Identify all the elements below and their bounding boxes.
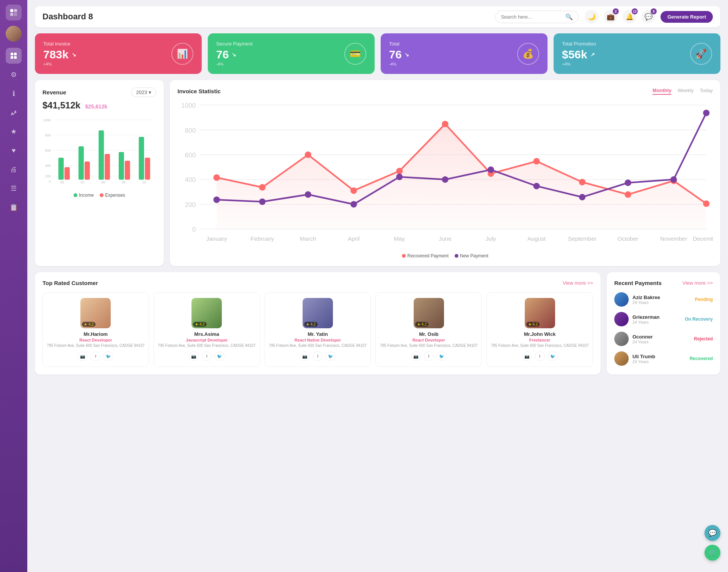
social-twitter-3[interactable]: 🐦 [437, 351, 447, 361]
svg-point-69 [533, 183, 540, 189]
sidebar-logo[interactable] [6, 5, 22, 20]
social-instagram-2[interactable]: 📷 [300, 351, 310, 361]
page-title: Dashboard 8 [42, 12, 489, 22]
charts-row: Revenue 2023 ▾ $41,512k $25,612k [35, 80, 720, 266]
new-payment-dot [455, 254, 458, 258]
svg-text:October: October [618, 235, 639, 242]
expenses-dot [100, 193, 104, 197]
payment-avatar-0 [614, 292, 629, 307]
svg-text:08: 08 [101, 180, 105, 184]
customer-card-0: ★ 4.2 Mr.Hariom React Developer 795 Fols… [42, 292, 149, 367]
payment-item-1: Griezerman 24 Years On Recovery [614, 312, 713, 326]
sidebar-item-print[interactable]: 🖨 [6, 161, 22, 177]
svg-rect-0 [10, 9, 13, 12]
bottom-row: Top Rated Customer View more >> ★ 4.2 Mr… [35, 272, 720, 375]
sidebar-item-reports[interactable]: 📋 [6, 199, 22, 215]
stat-card-promo: Total Promotion $56k ↗ +4% 🚀 [554, 33, 720, 74]
svg-point-58 [579, 179, 585, 185]
tab-weekly[interactable]: Weekly [678, 88, 693, 95]
stat-card-total: Total 76 ↘ -4% 💰 [381, 33, 548, 74]
social-instagram-4[interactable]: 📷 [522, 351, 532, 361]
messages-btn[interactable]: 💬 5 [642, 10, 655, 24]
sidebar-item-menu[interactable]: ☰ [6, 180, 22, 196]
header: Dashboard 8 🔍 🌙 💼 2 🔔 12 💬 5 Generate Re… [35, 6, 720, 27]
social-twitter-4[interactable]: 🐦 [548, 351, 558, 361]
social-twitter-1[interactable]: 🐦 [215, 351, 224, 361]
floating-buttons: 💬 🛒 [704, 525, 720, 561]
social-facebook-3[interactable]: f [424, 351, 434, 361]
customer-photo-4: ★ 4.2 [525, 298, 555, 328]
social-instagram-3[interactable]: 📷 [411, 351, 421, 361]
wallet-icon-btn[interactable]: 💼 2 [604, 10, 617, 24]
stat-card-secure: Secure Payment 76 ↘ -4% 💳 [208, 33, 375, 74]
customer-card-1: ★ 4.2 Mrs.Asima Javascript Developer 795… [154, 292, 260, 367]
customer-role-2: React Native Developer [269, 338, 367, 342]
customer-card-4: ★ 4.2 Mr.John Wick Freelancer 795 Folsom… [486, 292, 593, 367]
search-icon: 🔍 [565, 13, 573, 20]
tab-today[interactable]: Today [700, 88, 713, 95]
sidebar-item-liked[interactable]: ♥ [6, 143, 22, 158]
floating-cart-btn[interactable]: 🛒 [704, 545, 720, 561]
floating-support-btn[interactable]: 💬 [704, 525, 720, 541]
payment-avatar-3 [614, 351, 629, 366]
invoice-tabs: Monthly Weekly Today [653, 88, 713, 95]
customer-name-1: Mrs.Asima [158, 331, 256, 337]
customer-grid: ★ 4.2 Mr.Hariom React Developer 795 Fols… [42, 292, 593, 367]
rating-1: ★ 4.2 [193, 322, 207, 327]
social-facebook-1[interactable]: f [202, 351, 212, 361]
svg-rect-28 [119, 152, 124, 180]
total-icon: 💰 [517, 43, 539, 65]
stat-cards: Total invoice 783k ↘ +4% 📊 Secure Paymen… [35, 33, 720, 74]
payment-item-2: Oconner 24 Years Rejected [614, 332, 713, 346]
social-twitter-0[interactable]: 🐦 [104, 351, 113, 361]
svg-text:September: September [568, 235, 597, 242]
notifications-btn[interactable]: 🔔 12 [623, 10, 636, 24]
top-customers-card: Top Rated Customer View more >> ★ 4.2 Mr… [35, 272, 601, 375]
payment-status-0: Pending [695, 297, 713, 302]
svg-point-65 [350, 201, 357, 207]
invoice-change: +4% [43, 62, 76, 66]
svg-text:July: July [486, 235, 496, 242]
promo-icon: 🚀 [690, 43, 712, 65]
avatar[interactable] [6, 26, 22, 42]
dark-mode-toggle[interactable]: 🌙 [585, 10, 598, 24]
revenue-title: Revenue [42, 89, 66, 96]
svg-text:1000: 1000 [43, 118, 51, 122]
customer-photo-3: ★ 4.2 [414, 298, 444, 328]
sidebar-item-favorites[interactable]: ★ [6, 124, 22, 139]
svg-rect-24 [78, 146, 84, 180]
customer-name-4: Mr.John Wick [491, 331, 589, 337]
customers-view-more[interactable]: View more >> [563, 280, 593, 286]
social-instagram-0[interactable]: 📷 [78, 351, 88, 361]
svg-point-55 [442, 121, 448, 127]
payment-status-1: On Recovery [685, 317, 713, 322]
secure-trend: ↘ [232, 52, 236, 58]
year-select[interactable]: 2023 ▾ [131, 88, 156, 97]
sidebar-item-info[interactable]: ℹ [6, 86, 22, 102]
social-twitter-2[interactable]: 🐦 [326, 351, 336, 361]
sidebar-item-dashboard[interactable] [6, 48, 22, 64]
svg-text:09: 09 [122, 180, 126, 184]
rating-4: ★ 4.2 [526, 322, 540, 327]
search-box[interactable]: 🔍 [495, 11, 579, 23]
sidebar-item-analytics[interactable] [6, 105, 22, 121]
generate-report-button[interactable]: Generate Report [661, 11, 713, 23]
stat-card-invoice: Total invoice 783k ↘ +4% 📊 [35, 33, 202, 74]
customer-address-1: 795 Folsom Ave, Suite 600 San Francisco,… [158, 343, 256, 348]
svg-point-53 [350, 187, 357, 194]
svg-point-61 [703, 201, 709, 207]
social-facebook-4[interactable]: f [535, 351, 545, 361]
search-input[interactable] [501, 14, 562, 20]
social-instagram-1[interactable]: 📷 [189, 351, 199, 361]
social-facebook-0[interactable]: f [91, 351, 100, 361]
customer-role-1: Javascript Developer [158, 338, 256, 342]
payments-view-more[interactable]: View more >> [682, 280, 713, 286]
sidebar-item-settings[interactable]: ⚙ [6, 67, 22, 83]
tab-monthly[interactable]: Monthly [653, 88, 672, 95]
payment-list: Aziz Bakree 24 Years Pending Griezerman … [614, 292, 713, 366]
svg-point-63 [259, 198, 265, 205]
svg-text:August: August [527, 235, 546, 242]
svg-text:600: 600 [45, 149, 51, 152]
customer-name-3: Mr. Osib [380, 331, 478, 337]
social-facebook-2[interactable]: f [313, 351, 323, 361]
